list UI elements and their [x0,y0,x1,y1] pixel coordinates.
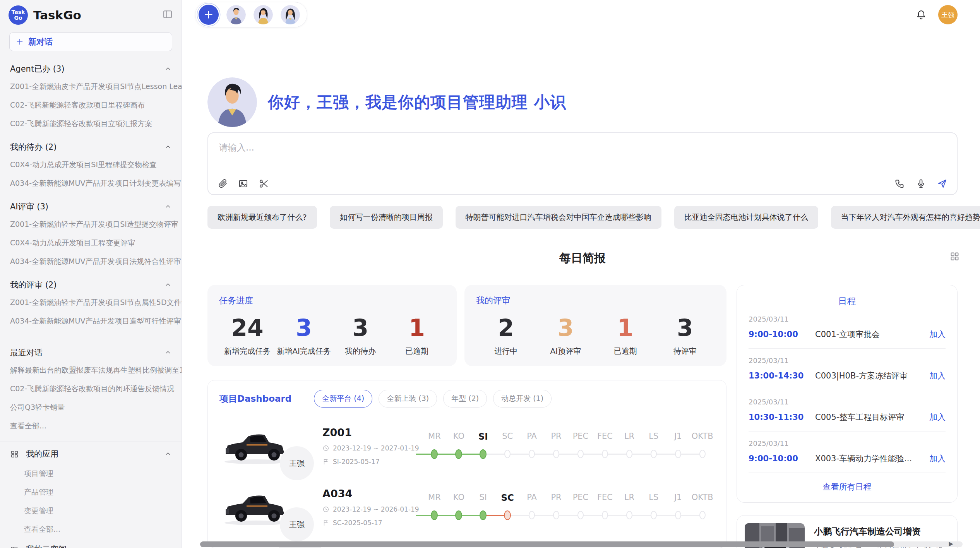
join-link[interactable]: 加入 [929,453,946,464]
join-link[interactable]: 加入 [929,370,946,381]
mic-icon[interactable] [916,178,926,189]
sidebar-item[interactable]: Z001-全新燃油轻卡产品开发项目SI节点属性5D文件评审 [0,293,182,312]
cloud-space-label: 我的云空间 [26,544,171,548]
sidebar: Task Go TaskGo 新对话 Agent已办 (3) Z001-全新燃油… [0,0,182,548]
sidebar-item[interactable]: C02-飞腾新能源轻客改款项目里程碑画布 [0,96,182,115]
panel-collapse-icon [162,9,173,20]
stat-label: 新增AI完成任务 [276,346,332,356]
agent-avatar-group [195,2,307,27]
collapse-sidebar-button[interactable] [162,9,173,21]
scrollbar-right-arrow[interactable]: ▶ [949,540,953,547]
recent-chat-item[interactable]: C02-飞腾新能源轻客改款项目的闭环通告反馈情况 [0,380,182,398]
horizontal-scrollbar[interactable]: ▶ [200,541,963,547]
suggestion-chip[interactable]: 如何写一份清晰的项目周报 [330,206,443,229]
milestone-label: J1 [666,493,690,503]
phone-icon[interactable] [894,178,905,189]
milestone-dot [651,511,657,519]
stat-value: 3 [332,315,389,341]
send-icon[interactable] [937,178,947,189]
clock-icon [322,506,329,513]
section-my-todo[interactable]: 我的待办 (2) [0,133,182,156]
section-ai-review[interactable]: AI评审 (3) [0,193,182,215]
milestone-timeline: MRKOSISCPAPRPECFECLRLSJ1OKTB [422,432,714,460]
schedule-title: 日程 [749,295,946,307]
app-item-project-mgmt[interactable]: 项目管理 [0,464,182,483]
milestone-label: FEC [593,432,617,442]
section-my-review[interactable]: 我的评审 (2) [0,271,182,293]
scissors-icon[interactable] [259,178,269,189]
project-owner-avatar: 王强 [280,446,314,480]
sidebar-item[interactable]: A034-全新新能源MUV产品开发项目造型可行性评审 [0,312,182,331]
project-date-range: 2023-12-19 ~ 2026-01-19 [333,505,419,513]
sidebar-item[interactable]: A034-全新新能源MUV产品开发项目计划变更表编写 [0,174,182,193]
stat: 1 已逾期 [596,315,655,356]
milestone-dot [455,510,462,520]
milestone-label: LS [641,432,666,442]
stat: 3 AI预评审 [536,315,595,356]
milestone-dot [553,450,559,458]
suggestion-chip[interactable]: 当下年轻人对汽车外观有怎样的喜好趋势 [831,206,980,229]
sidebar-item[interactable]: Z001-全新燃油轻卡产品开发项目SI造型提交物评审 [0,215,182,234]
filter-chip[interactable]: 全新上装 (3) [379,390,437,408]
milestone-dot [480,510,487,520]
sidebar-item[interactable]: C0X4-动力总成开发项目工程变更评审 [0,234,182,252]
agent-avatar[interactable] [281,5,300,24]
agent-avatar[interactable] [226,5,246,24]
section-recent-chats[interactable]: 最近对话 [0,339,182,361]
join-link[interactable]: 加入 [929,412,946,423]
topbar-right: 王强 [916,5,958,24]
milestone-dot [699,450,706,458]
scrollbar-thumb[interactable] [200,541,894,547]
project-date-range: 2023-12-19 ~ 2027-01-19 [333,444,419,452]
sidebar-item[interactable]: Z001-全新燃油皮卡产品开发项目SI节点Lesson Learn报告 [0,77,182,96]
new-chat-button[interactable]: 新对话 [9,33,172,51]
suggestion-chip[interactable]: 特朗普可能对进口汽车增税会对中国车企造成哪些影响 [456,206,661,229]
stat-label: 新增完成任务 [219,346,276,356]
recent-chat-item[interactable]: 解释最新出台的欧盟报废车法规再生塑料比例被调至15% [0,361,182,380]
suggestion-chip[interactable]: 欧洲新规最近颁布了什么? [207,206,317,229]
app-item-change-mgmt[interactable]: 变更管理 [0,502,182,520]
stat: 2 进行中 [476,315,536,356]
recent-chats-view-all[interactable]: 查看全部... [0,417,182,435]
sidebar-item[interactable]: A034-全新新能源MUV产品开发项目法规符合性评审 [0,252,182,271]
sidebar-item[interactable]: C0X4-动力总成开发项目SI里程碑提交物检查 [0,156,182,174]
logo-text-bottom: Go [14,15,22,21]
bell-icon[interactable] [916,9,927,20]
sidebar-item[interactable]: C02-飞腾新能源轻客改款项目立项汇报方案 [0,115,182,133]
milestone-label: MR [422,493,447,503]
agent-avatar[interactable] [254,5,273,24]
chat-input[interactable] [208,133,957,169]
sidebar-item-cloud-space[interactable]: 我的云空间 [0,539,182,548]
chevron-up-icon [164,450,171,457]
flag-icon [322,458,329,465]
paperclip-icon[interactable] [218,178,228,189]
app-item-product-mgmt[interactable]: 产品管理 [0,483,182,502]
filter-chip[interactable]: 全新平台 (4) [314,390,372,408]
recent-chat-item[interactable]: 公司Q3轻卡销量 [0,398,182,417]
filter-chip[interactable]: 动总开发 (1) [493,390,552,408]
assistant-greeting: 你好，王强，我是你的项目管理助理 小识 [207,77,958,127]
join-link[interactable]: 加入 [929,329,946,340]
image-icon[interactable] [238,178,248,189]
filter-chip[interactable]: 年型 (2) [443,390,487,408]
view-all-schedule-link[interactable]: 查看所有日程 [749,473,946,497]
stat-label: 待评审 [655,346,715,356]
apps-view-all[interactable]: 查看全部... [0,520,182,539]
briefing-layout-button[interactable] [949,251,960,263]
suggestion-chip[interactable]: 比亚迪全固态电池计划具体说了什么 [674,206,818,229]
section-agent-done[interactable]: Agent已办 (3) [0,55,182,77]
suggestion-chips: 欧洲新规最近颁布了什么? 如何写一份清晰的项目周报 特朗普可能对进口汽车增税会对… [207,206,958,229]
milestone-label: SI [471,493,495,503]
dashboard-title: 项目Dashboard [219,393,291,405]
project-row[interactable]: 王强 A034 2023-12-19 ~ 2026-01-19 SC-2025-… [219,484,714,530]
event-date: 2025/03/11 [749,315,946,323]
sidebar-item-my-apps[interactable]: 我的应用 [0,444,182,464]
app-root: Task Go TaskGo 新对话 Agent已办 (3) Z001-全新燃油… [0,0,980,548]
project-row[interactable]: 王强 Z001 2023-12-19 ~ 2027-01-19 SI-2025-… [219,423,714,469]
card-title: 我的评审 [476,295,715,307]
stat: 24 新增完成任务 [219,315,276,356]
user-avatar[interactable]: 王强 [938,5,958,24]
schedule-event: 2025/03/11 10:30-11:30 C005-整车工程目标评审 加入 [749,390,946,431]
milestone-label: KO [447,432,471,442]
add-agent-button[interactable] [199,5,219,25]
